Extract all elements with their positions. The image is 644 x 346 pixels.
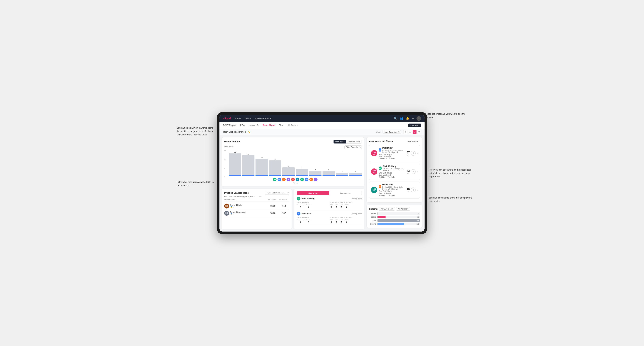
shot-avatar-blair: BM [379,166,382,170]
lb-avatar-richard: RB [224,204,229,208]
add-circle-icon[interactable]: ⊕ [412,117,414,120]
shot-player-row-3: DF David Ford 24 Aug 2023 · Royal North … [379,183,405,190]
users-icon[interactable]: 👥 [400,117,404,120]
list-view-button[interactable]: ☰ [408,130,412,134]
grid-view-button[interactable]: ⊞ [404,130,408,134]
bar-fill-10 [349,173,362,176]
bar-fill-2 [242,155,254,176]
total-rounds-label: Total Rounds [296,202,328,203]
active-player-header-2: RB Rees Britt 02 Sep 2023 [296,212,362,216]
shot-distance-metric-2: 43 yds [407,169,410,174]
shot-meta-1: 09 Jun 2023 · Royal North Devon GC, Hole… [382,149,405,153]
avatar-r-butler: RB [300,177,304,181]
scoring-card: Scoring Par 3, 4 & 5s ▾ All Players ▾ Ea… [366,205,422,228]
active-name-blair: Blair McHarg [302,197,314,200]
subnav-all-players[interactable]: All Players [288,124,298,127]
avatar-e-crossman: EC [309,177,313,181]
search-icon[interactable]: 🔍 [394,117,398,120]
chart-metric-dropdown[interactable]: Total Rounds Fairways GIR Putts [344,145,362,149]
shot-badge-1: 200 SG [371,150,377,156]
subnav-team-clippd[interactable]: Team Clippd [263,124,275,127]
chart-section-label: On Course [224,145,234,148]
annotation-filter: Filter what data you wish the table to b… [177,180,215,187]
leaderboard-dropdown[interactable]: PUTT Must Make Putting ... [265,191,289,194]
total-rounds-block-2: Total Rounds Tournament 8 Practice [296,217,328,223]
score-row-birdies: Birdies 96 [369,216,420,218]
practice-drills-toggle[interactable]: Practice Drills [346,140,362,144]
gtt-val: 0 [330,206,333,208]
active-stats-blair: Total Rounds Tournament 7 Practice [296,202,362,208]
subnav-pga[interactable]: PGA [240,124,245,127]
sub-nav: PGAT Players PGA Hcaps 1-5 Team Clippd T… [220,122,424,129]
app-val: 0 [335,206,338,208]
annotation-timescale: Choose the timescale you wish to see the… [424,112,466,119]
shot-card-1[interactable]: 200 SG MM Matt Miller 09 Jun 2023 · Roya… [369,145,420,162]
shot-metrics-1: 67 yds 0 [407,151,416,156]
bogeys-bar: 315 [378,223,420,225]
shot-meta-3: 24 Aug 2023 · Royal North Devon GC, Hole… [382,186,405,190]
active-player-info-1: BM Blair McHarg [296,197,314,201]
nav-home[interactable]: Home [235,117,241,120]
x-axis-label: Players [229,182,362,184]
shot-name-meta-2: Blair McHarg 23 Jul 2023 · Ashridge GC, … [383,165,405,172]
shot-start-3: Start Lie: Rough [379,192,405,194]
score-row-pars: Pars 499 [369,219,420,222]
shot-distance-val-1: 67 [407,151,410,154]
tournament-label: Tournament [296,204,304,206]
shot-distance-unit-3: yds [407,191,410,192]
leaderboard-title: Practice Leaderboards [224,191,249,194]
medal-2: 🥈 [230,213,232,215]
add-team-button[interactable]: Add Team [408,124,421,127]
nav-my-performance[interactable]: My Performance [254,117,271,120]
all-players-filter[interactable]: All Players ▾ [406,140,420,143]
shot-dist-1: Shot Dist: 67 yds [379,154,405,156]
shot-name-meta-1: Matt Miller 09 Jun 2023 · Royal North De… [382,147,405,153]
shot-distance-metric-1: 67 yds [407,151,410,156]
nav-teams[interactable]: Teams [244,117,251,120]
app-val-2: 0 [335,221,338,223]
course-toggle-group: On Course Practice Drills [334,140,362,144]
tournament-val: 7 [296,206,304,208]
active-player-info-2: RB Rees Britt [296,212,312,216]
subnav-pgat[interactable]: PGAT Players [223,124,236,127]
shot-distance-unit-1: yds [407,154,410,156]
shot-end-1: End Lie: In The Hole [379,158,405,160]
shot-player-row-2: BM Blair McHarg 23 Jul 2023 · Ashridge G… [379,165,405,172]
scoring-player-filter[interactable]: All Players ▾ [396,207,410,211]
nav-items: Home Teams My Performance [235,117,390,120]
scoring-par-filter[interactable]: Par 3, 4 & 5s ▾ [379,207,395,211]
shot-player-info-1: MM Matt Miller 09 Jun 2023 · Royal North… [379,147,405,160]
shot-card-2[interactable]: 200 SG BM Blair McHarg 23 Jul 2023 · Ash… [369,163,420,180]
gtt-label-2: GTT [330,219,333,221]
tournament-val-2: 8 [296,221,304,223]
player-avatars: BM BB DF JC EE OB RB MM EC LR [229,177,362,181]
team-edit-icon[interactable]: ✏️ [248,131,250,133]
bar-fill-9 [336,173,348,176]
most-active-tab[interactable]: Most Active [297,191,329,195]
team-name: Team Clippd | 14 Players [223,131,246,133]
heart-view-button[interactable]: ♥ [413,130,416,134]
shot-card-3[interactable]: 198 SG DF David Ford 24 Aug 2023 · Royal [369,181,420,198]
subnav-tour[interactable]: Tour [279,124,283,127]
bar-e-crossman: 2 [336,171,348,176]
settings-view-button[interactable]: ⚙ [417,130,421,134]
avatar-m-miller: MM [305,177,308,181]
eagles-bar: 3 [378,212,420,215]
main-content: Player Activity On Course Practice Drill… [220,135,424,231]
scoring-bars: Eagles 3 Birdies [369,212,420,225]
least-active-tab[interactable]: Least Active [329,191,362,195]
practice-activities-label-2: Total Practice Activities [330,217,362,218]
pars-bar: 499 [378,219,420,222]
on-course-toggle[interactable]: On Course [334,140,346,144]
bell-icon[interactable]: 🔔 [406,117,409,120]
subnav-hcaps[interactable]: Hcaps 1-5 [249,124,258,127]
shots-filter: All Players ▾ [406,140,420,143]
show-select[interactable]: Last 3 months Last month Last 6 months L… [382,130,401,134]
all-shots-tab[interactable]: All Shots ▾ [382,140,393,143]
lb-avatar-edward: EC [224,211,229,216]
total-rounds-block: Total Rounds Tournament 7 Practice [296,202,328,208]
tournament-stat: Tournament 7 [296,204,304,208]
lb-player-2: EC Edward Crossman 🥈 2 [224,211,267,216]
user-avatar[interactable]: U [416,116,421,121]
tournament-label-2: Tournament [296,219,304,221]
